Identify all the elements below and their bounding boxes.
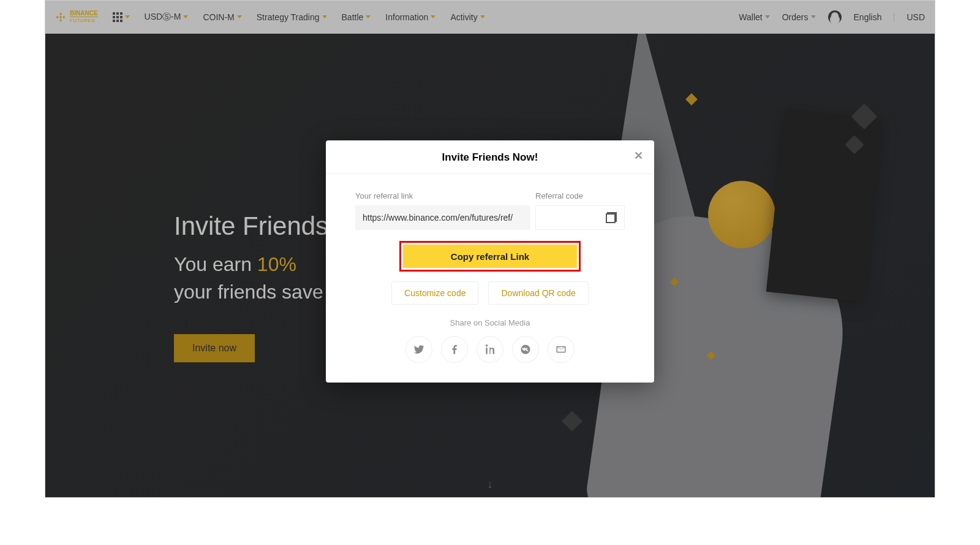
invite-friends-modal: Invite Friends Now! ✕ Your referral link… (326, 140, 654, 383)
share-email-button[interactable] (548, 336, 575, 363)
copy-referral-link-button[interactable]: Copy referral Link (403, 245, 577, 268)
modal-title-text: Invite Friends Now! (442, 151, 538, 163)
modal-body: Your referral link https://www.binance.c… (326, 174, 654, 383)
modal-title: Invite Friends Now! ✕ (326, 140, 654, 174)
download-qr-button[interactable]: Download QR code (488, 281, 588, 305)
referral-link-value: https://www.binance.com/en/futures/ref/ (363, 213, 513, 223)
share-facebook-button[interactable] (441, 336, 468, 363)
referral-code-field: Referral code (535, 191, 625, 230)
facebook-icon (449, 344, 460, 355)
share-twitter-button[interactable] (405, 336, 432, 363)
vk-icon (520, 344, 531, 355)
copy-icon[interactable] (606, 212, 617, 223)
customize-code-button[interactable]: Customize code (391, 281, 478, 305)
twitter-icon (413, 344, 424, 355)
share-on-social-label: Share on Social Media (355, 318, 625, 327)
share-linkedin-button[interactable] (477, 336, 503, 363)
close-icon[interactable]: ✕ (634, 149, 643, 162)
share-vk-button[interactable] (512, 336, 539, 363)
referral-link-input[interactable]: https://www.binance.com/en/futures/ref/ (355, 205, 530, 230)
referral-code-label: Referral code (535, 191, 625, 200)
app-window: BINANCE FUTURES USDⓈ-M COIN-M Strategy T… (45, 0, 935, 498)
referral-link-field: Your referral link https://www.binance.c… (355, 191, 530, 230)
referral-link-label: Your referral link (355, 191, 530, 200)
linkedin-icon (484, 344, 496, 355)
referral-code-input[interactable] (535, 205, 625, 230)
copy-link-highlight-box: Copy referral Link (399, 241, 581, 272)
email-icon (556, 344, 567, 355)
